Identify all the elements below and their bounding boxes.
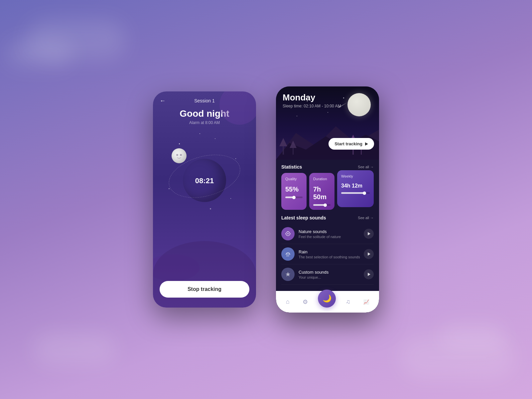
statistics-see-all[interactable]: See all → — [358, 165, 374, 169]
h-star-3 — [343, 97, 344, 98]
start-tracking-label: Start tracking — [334, 141, 362, 146]
star-4 — [169, 188, 170, 189]
duration-value: 7h 50m — [313, 186, 331, 201]
rain-sound-name: Rain — [299, 249, 364, 254]
svg-line-18 — [288, 255, 288, 256]
nature-sound-desc: Feel the solitude of nature — [299, 235, 364, 239]
phone-left: ← Session 1 Good night Alarm at 8:00 AM — [153, 91, 256, 308]
nature-play-icon — [368, 232, 370, 235]
svg-line-19 — [289, 255, 289, 256]
moon-face-svg — [172, 148, 187, 163]
quality-label: Quality — [285, 177, 303, 181]
nav-settings[interactable]: ⚙ — [299, 297, 311, 307]
settings-icon: ⚙ — [303, 298, 308, 306]
nav-music[interactable]: ♫ — [342, 297, 354, 307]
svg-line-17 — [287, 255, 287, 256]
nature-sound-info: Nature sounds Feel the solitude of natur… — [299, 229, 364, 239]
weekly-bar-track — [341, 192, 370, 194]
rain-play-icon — [368, 252, 370, 256]
svg-point-1 — [180, 154, 182, 156]
quality-bar-fill — [285, 197, 295, 198]
weekly-bar-dot — [363, 192, 366, 195]
custom-play-button[interactable] — [364, 269, 374, 279]
quality-bar-track — [285, 197, 303, 198]
phone-left-header: ← Session 1 — [153, 91, 256, 107]
chart-icon: 📈 — [363, 299, 369, 305]
h-star-2 — [328, 112, 328, 113]
quality-bar-dot — [292, 196, 296, 199]
nature-sound-name: Nature sounds — [299, 229, 364, 234]
stats-cards: Quality 55% Duration 7h 50m — [281, 173, 374, 210]
planet-area: 08:21 — [153, 128, 256, 228]
star-7 — [200, 133, 200, 134]
rain-play-button[interactable] — [364, 249, 374, 259]
nature-icon-bg — [281, 227, 295, 240]
duration-bar-dot — [324, 203, 327, 207]
custom-play-icon — [368, 273, 370, 276]
start-tracking-play-icon — [365, 142, 368, 146]
h-star-5 — [297, 116, 297, 116]
clock-display: 08:21 — [195, 177, 214, 185]
custom-sound-info: Custom sounds Your unique... — [299, 270, 364, 279]
rain-icon — [285, 251, 291, 257]
phone-right: Monday Sleep time: 02:10 AM - 10:00 AM — [276, 86, 379, 313]
svg-rect-4 — [283, 146, 284, 155]
star-3 — [235, 158, 236, 159]
sounds-see-all[interactable]: See all → — [358, 216, 374, 220]
nature-icon — [285, 230, 291, 237]
sound-item-rain[interactable]: Rain The best selection of soothing soun… — [281, 244, 374, 264]
moon-nav-icon: 🌙 — [323, 294, 332, 303]
duration-bar-track — [313, 204, 331, 206]
weekly-value: 34h 12m — [341, 183, 370, 189]
back-arrow-icon[interactable]: ← — [160, 97, 166, 104]
nav-chart[interactable]: 📈 — [360, 298, 372, 306]
bottom-blob — [153, 241, 256, 308]
duration-label: Duration — [313, 177, 331, 181]
svg-rect-6 — [293, 148, 294, 155]
sleep-time-label: Sleep time: 02:10 AM - 10:00 AM — [283, 104, 341, 108]
bg-cloud-5 — [439, 323, 505, 349]
moon-character — [172, 148, 187, 163]
statistics-title: Statistics — [281, 164, 302, 170]
phone-right-header: Monday Sleep time: 02:10 AM - 10:00 AM — [276, 86, 379, 160]
day-label: Monday — [283, 92, 315, 103]
music-icon: ♫ — [346, 298, 350, 305]
quality-value: 55% — [285, 186, 303, 193]
rain-icon-bg — [281, 247, 295, 261]
svg-marker-20 — [286, 272, 290, 277]
sound-item-nature[interactable]: Nature sounds Feel the solitude of natur… — [281, 224, 374, 244]
bg-cloud-3 — [33, 332, 116, 366]
stat-card-weekly: Weekly 34h 12m — [337, 170, 374, 207]
nav-home[interactable]: ⌂ — [283, 297, 293, 307]
svg-marker-5 — [279, 138, 287, 146]
stat-card-duration: Duration 7h 50m — [309, 173, 334, 210]
start-tracking-button[interactable]: Start tracking — [329, 138, 374, 150]
nature-play-button[interactable] — [364, 229, 374, 239]
bottom-nav: ⌂ ⚙ 🌙 ♫ 📈 — [276, 291, 379, 313]
statistics-header: Statistics See all → — [281, 164, 374, 170]
home-icon: ⌂ — [286, 298, 290, 305]
rain-sound-info: Rain The best selection of soothing soun… — [299, 249, 364, 259]
weekly-bar-fill — [341, 192, 365, 194]
rain-sound-desc: The best selection of soothing sounds — [299, 255, 364, 259]
custom-icon-bg — [281, 268, 295, 281]
svg-point-13 — [287, 233, 289, 234]
custom-sound-desc: Your unique... — [299, 275, 364, 279]
weekly-label: Weekly — [341, 174, 370, 178]
sounds-title: Latest sleep sounds — [281, 215, 326, 220]
stat-card-quality: Quality 55% — [281, 173, 307, 210]
sound-item-custom[interactable]: Custom sounds Your unique... — [281, 264, 374, 285]
star-1 — [179, 143, 180, 144]
nav-moon-button[interactable]: 🌙 — [318, 290, 336, 308]
session-title: Session 1 — [194, 98, 214, 103]
svg-point-0 — [176, 154, 178, 156]
custom-icon — [285, 271, 291, 278]
duration-bar-fill — [313, 204, 326, 206]
statistics-section: Statistics See all → Quality 55% Durat — [276, 160, 379, 212]
stop-tracking-button[interactable]: Stop tracking — [160, 281, 249, 298]
custom-sound-name: Custom sounds — [299, 270, 364, 275]
bg-cloud-2 — [7, 40, 73, 66]
sounds-section: Latest sleep sounds See all → Nature sou… — [276, 212, 379, 287]
header-moon — [347, 93, 371, 116]
sounds-header: Latest sleep sounds See all → — [281, 215, 374, 220]
